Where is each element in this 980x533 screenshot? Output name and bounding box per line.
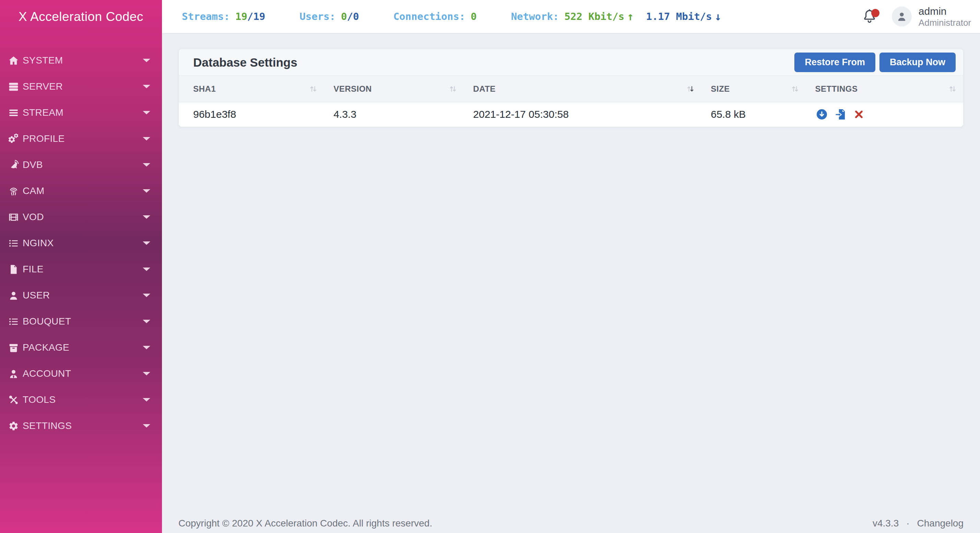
cogs-icon (8, 133, 19, 145)
table-header-row: SHA1 VERSION DATE (179, 76, 963, 102)
server-icon (8, 81, 19, 93)
chevron-down-icon (143, 215, 150, 219)
chevron-down-icon (143, 424, 150, 428)
stat-users: Users:0/0 (299, 11, 359, 22)
sidebar-item-stream[interactable]: STREAM (0, 100, 162, 126)
stat-value-total: /19 (247, 11, 265, 22)
sidebar-item-profile[interactable]: PROFILE (0, 126, 162, 152)
cell-size: 65.8 kB (701, 102, 805, 127)
column-header-version[interactable]: VERSION (324, 76, 464, 102)
chevron-down-icon (143, 241, 150, 245)
column-header-date[interactable]: DATE (464, 76, 702, 102)
sidebar-item-package[interactable]: PACKAGE (0, 335, 162, 361)
sidebar-item-label: BOUQUET (23, 316, 71, 327)
sort-icon (308, 84, 318, 94)
sidebar-item-label: ACCOUNT (23, 368, 71, 379)
sidebar-item-server[interactable]: SERVER (0, 73, 162, 100)
avatar[interactable] (892, 6, 912, 26)
stat-streams: Streams:19/19 (182, 11, 265, 22)
stat-value-current: 19 (235, 11, 247, 22)
cell-date: 2021-12-17 05:30:58 (464, 102, 702, 127)
sidebar-item-bouquet[interactable]: BOUQUET (0, 308, 162, 335)
sidebar-item-label: SYSTEM (23, 55, 63, 66)
column-header-size[interactable]: SIZE (701, 76, 805, 102)
sidebar-item-file[interactable]: FILE (0, 256, 162, 282)
brand[interactable]: X Acceleration Codec (0, 0, 162, 34)
stat-label: Connections: (393, 11, 465, 22)
footer-separator: · (906, 518, 909, 529)
file-import-icon[interactable] (834, 108, 847, 121)
sidebar: X Acceleration Codec SYSTEM SERVER STREA… (0, 0, 162, 533)
cell-version: 4.3.3 (324, 102, 464, 127)
backup-now-button[interactable]: Backup Now (880, 53, 956, 72)
sidebar-item-system[interactable]: SYSTEM (0, 47, 162, 73)
chevron-down-icon (143, 137, 150, 140)
table-row: 96b1e3f8 4.3.3 2021-12-17 05:30:58 65.8 … (179, 102, 963, 127)
cell-sha1: 96b1e3f8 (179, 102, 324, 127)
list-icon (8, 316, 19, 327)
sidebar-item-user[interactable]: USER (0, 282, 162, 308)
sidebar-item-tools[interactable]: TOOLS (0, 387, 162, 413)
backups-table: SHA1 VERSION DATE (179, 76, 963, 127)
sidebar-nav: SYSTEM SERVER STREAM PROFILE (0, 34, 162, 439)
stat-network: Network:522 Kbit/s↑1.17 Mbit/s↓ (511, 10, 721, 23)
sidebar-item-label: CAM (23, 185, 44, 196)
chevron-down-icon (143, 268, 150, 271)
version-text: v4.3.3 (873, 518, 899, 529)
chevron-down-icon (143, 59, 150, 62)
sidebar-item-settings[interactable]: SETTINGS (0, 413, 162, 439)
unread-dot (871, 9, 880, 17)
fingerprint-icon (8, 185, 19, 197)
sidebar-item-dvb[interactable]: DVB (0, 152, 162, 178)
satellite-dish-icon (8, 159, 19, 171)
sort-icon (947, 84, 958, 94)
chevron-down-icon (143, 372, 150, 375)
sidebar-item-label: FILE (23, 264, 44, 275)
film-icon (8, 211, 19, 223)
sort-desc-icon (685, 84, 695, 94)
sidebar-item-vod[interactable]: VOD (0, 204, 162, 230)
changelog-link[interactable]: Changelog (917, 518, 964, 529)
stat-label: Network: (511, 11, 559, 22)
sort-icon (448, 84, 458, 94)
network-upload: 522 Kbit/s (565, 11, 625, 22)
chevron-down-icon (143, 320, 150, 323)
person-icon (896, 11, 908, 22)
sidebar-item-cam[interactable]: CAM (0, 178, 162, 204)
sidebar-item-account[interactable]: ACCOUNT (0, 361, 162, 387)
sidebar-item-nginx[interactable]: NGINX (0, 230, 162, 256)
column-header-sha1[interactable]: SHA1 (179, 76, 324, 102)
main-content: Database Settings Restore From Backup No… (162, 34, 980, 533)
status-bar: Streams:19/19 Users:0/0 Connections:0 Ne… (162, 10, 721, 23)
footer: Copyright © 2020 X Acceleration Codec. A… (178, 518, 964, 529)
stream-icon (8, 107, 19, 118)
restore-from-button[interactable]: Restore From (794, 53, 875, 72)
user-name: admin (919, 5, 971, 18)
sidebar-item-label: SETTINGS (23, 420, 72, 431)
download-circle-icon[interactable] (815, 108, 828, 121)
page-title: Database Settings (193, 56, 297, 69)
column-header-settings[interactable]: SETTINGS (806, 76, 964, 102)
chevron-down-icon (143, 398, 150, 402)
network-download: 1.17 Mbit/s (646, 11, 712, 22)
chevron-down-icon (143, 189, 150, 193)
sidebar-item-label: USER (23, 290, 50, 301)
delete-x-icon[interactable] (852, 108, 865, 121)
download-arrow-icon: ↓ (715, 10, 721, 23)
stat-label: Users: (299, 11, 336, 22)
chevron-down-icon (143, 85, 150, 88)
stat-label: Streams: (182, 11, 230, 22)
sort-icon (790, 84, 800, 94)
sidebar-item-label: PACKAGE (23, 342, 69, 353)
sidebar-item-label: TOOLS (23, 394, 56, 405)
gear-icon (8, 420, 19, 432)
chevron-down-icon (143, 163, 150, 167)
chevron-down-icon (143, 294, 150, 297)
user-menu[interactable]: admin Administrator (919, 5, 971, 28)
sidebar-item-label: DVB (23, 160, 43, 170)
stat-connections: Connections:0 (393, 11, 477, 22)
user-icon (8, 289, 19, 301)
notifications-button[interactable] (862, 8, 878, 25)
home-icon (8, 54, 19, 66)
stat-value-current: 0 (471, 11, 477, 22)
